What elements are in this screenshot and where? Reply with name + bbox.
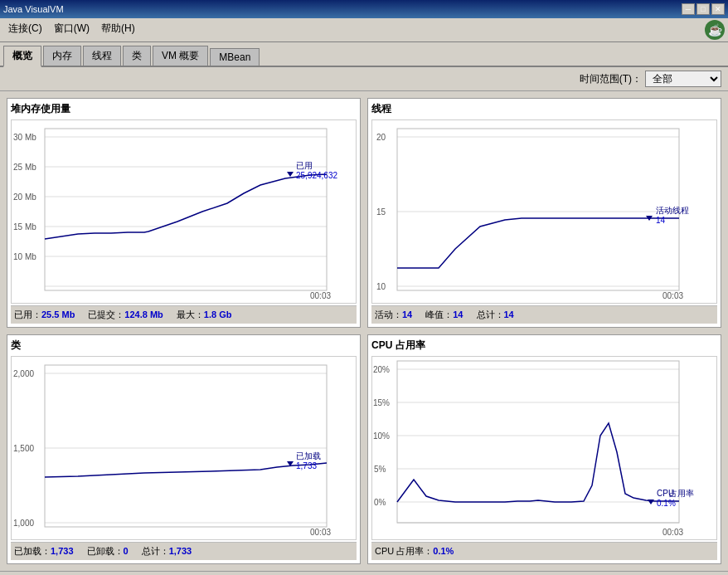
cpu-data-line	[397, 423, 679, 502]
classes-y-label-2000: 2,000	[13, 369, 34, 378]
heap-legend-label: 已用	[296, 161, 313, 170]
menu-help[interactable]: 帮助(H)	[96, 20, 140, 40]
title-bar: Java VisualVM ─ □ ✕	[0, 0, 728, 18]
classes-x-label: 00:03	[310, 528, 331, 537]
heap-stat-used-label: 已用：25.5 Mb	[14, 309, 75, 321]
tab-vm[interactable]: VM 概要	[153, 46, 208, 66]
heap-stat-max-label: 最大：1.8 Gb	[177, 309, 232, 321]
heap-legend-value: 25,924,632	[296, 171, 337, 180]
tab-overview[interactable]: 概览	[3, 46, 41, 67]
threads-stats: 活动：14 峰值：14 总计：14	[371, 305, 717, 324]
threads-stat-peak-value: 14	[453, 309, 463, 319]
heap-chart-panel: 堆内存使用量 30 Mb 25 Mb 20 Mb 15 Mb 10 Mb 00:…	[7, 98, 361, 328]
cpu-stat-usage-value: 0.1%	[433, 546, 454, 556]
classes-y-label-1000: 1,000	[13, 519, 34, 528]
minimize-button[interactable]: ─	[682, 3, 695, 15]
cpu-y-label-10: 10%	[373, 431, 390, 441]
threads-chart-panel: 线程 20 15 10 00:03 活动线程 14	[367, 98, 721, 328]
close-button[interactable]: ✕	[711, 3, 725, 15]
tab-threads[interactable]: 线程	[83, 46, 121, 66]
heap-y-label-10: 10 Mb	[13, 252, 36, 261]
heap-y-label-20: 20 Mb	[13, 192, 36, 202]
main-content: 堆内存使用量 30 Mb 25 Mb 20 Mb 15 Mb 10 Mb 00:…	[0, 91, 728, 571]
classes-stats: 已加载：1,733 已卸载：0 总计：1,733	[11, 542, 357, 560]
threads-y-label-20: 20	[376, 133, 386, 142]
cpu-chart-panel: CPU 占用率 20% 15% 10% 5% 0% 00:03	[367, 334, 721, 564]
cpu-legend-value: 0.1%	[657, 499, 676, 508]
threads-stat-total-label: 总计：14	[477, 309, 514, 321]
cpu-stats: CPU 占用率：0.1%	[371, 542, 717, 560]
heap-y-label-30: 30 Mb	[13, 133, 36, 142]
threads-legend-value: 14	[656, 216, 666, 225]
classes-stat-total-value: 1,733	[169, 546, 192, 556]
heap-chart-svg: 30 Mb 25 Mb 20 Mb 15 Mb 10 Mb 00:03 已用 2…	[12, 120, 343, 303]
cpu-chart-area: 20% 15% 10% 5% 0% 00:03 CPU 占用率 0.1%	[371, 356, 717, 540]
tab-mbean[interactable]: MBean	[210, 48, 260, 66]
cpu-stat-usage-label: CPU 占用率：0.1%	[375, 545, 454, 558]
classes-legend-label: 已加载	[296, 451, 321, 460]
bottom-bar	[0, 571, 728, 575]
toolbar: 时间范围(T)： 全部 最后5分钟 最后10分钟 最后30分钟	[0, 67, 728, 91]
classes-stat-total-label: 总计：1,733	[142, 545, 192, 558]
classes-stat-loaded-label: 已加载：1,733	[14, 545, 74, 558]
heap-chart-title: 堆内存使用量	[11, 102, 357, 116]
threads-y-label-15: 15	[376, 207, 386, 217]
svg-rect-6	[45, 129, 327, 290]
classes-data-line	[45, 463, 327, 477]
heap-stat-used-value: 25.5 Mb	[41, 309, 75, 319]
classes-stat-unloaded-label: 已卸载：0	[87, 545, 129, 558]
classes-chart-area: 2,000 1,500 1,000 00:03 已加载 1,733	[11, 356, 357, 540]
heap-y-label-25: 25 Mb	[13, 163, 36, 172]
classes-chart-svg: 2,000 1,500 1,000 00:03 已加载 1,733	[12, 357, 343, 539]
tab-bar: 概览 内存 线程 类 VM 概要 MBean	[0, 42, 728, 67]
threads-stat-active-label: 活动：14	[375, 309, 412, 321]
threads-x-label: 00:03	[662, 291, 683, 300]
cpu-y-label-5: 5%	[374, 465, 386, 474]
cpu-y-label-15: 15%	[373, 398, 390, 407]
heap-stats: 已用：25.5 Mb 已提交：124.8 Mb 最大：1.8 Gb	[11, 305, 357, 324]
cpu-chart-title: CPU 占用率	[371, 339, 717, 353]
heap-x-label: 00:03	[310, 291, 331, 300]
heap-chart-area: 30 Mb 25 Mb 20 Mb 15 Mb 10 Mb 00:03 已用 2…	[11, 119, 357, 304]
tab-memory[interactable]: 内存	[43, 46, 81, 66]
heap-data-line	[45, 174, 327, 239]
threads-y-label-10: 10	[376, 282, 386, 291]
classes-stat-loaded-value: 1,733	[51, 546, 74, 556]
classes-stat-unloaded-value: 0	[124, 546, 129, 556]
threads-stat-active-value: 14	[402, 309, 412, 319]
maximize-button[interactable]: □	[696, 3, 710, 15]
title-bar-text: Java VisualVM	[3, 4, 64, 14]
heap-stat-committed-value: 124.8 Mb	[124, 309, 163, 319]
threads-data-line	[397, 218, 679, 268]
time-range-label: 时间范围(T)：	[580, 72, 642, 86]
cpu-x-label: 00:03	[662, 528, 683, 537]
time-range-select[interactable]: 全部 最后5分钟 最后10分钟 最后30分钟	[645, 71, 721, 87]
menu-window[interactable]: 窗口(W)	[49, 20, 95, 40]
threads-stat-peak-label: 峰值：14	[425, 309, 463, 321]
tab-classes[interactable]: 类	[123, 46, 151, 66]
threads-legend-label: 活动线程	[656, 206, 689, 215]
heap-legend-arrow	[287, 172, 294, 177]
heap-stat-committed-label: 已提交：124.8 Mb	[88, 309, 163, 321]
threads-chart-area: 20 15 10 00:03 活动线程 14	[371, 119, 717, 304]
title-bar-controls: ─ □ ✕	[682, 3, 725, 15]
heap-stat-max-value: 1.8 Gb	[204, 309, 232, 319]
threads-chart-svg: 20 15 10 00:03 活动线程 14	[372, 120, 704, 303]
svg-rect-14	[45, 365, 327, 527]
cpu-y-label-0: 0%	[374, 498, 386, 507]
menu-bar: 连接(C) 窗口(W) 帮助(H) ☕	[0, 18, 728, 42]
threads-chart-title: 线程	[371, 102, 717, 116]
classes-chart-panel: 类 2,000 1,500 1,000 00:03 已加载 1,	[7, 334, 361, 564]
cpu-chart-svg: 20% 15% 10% 5% 0% 00:03 CPU 占用率 0.1%	[372, 357, 704, 539]
classes-y-label-1500: 1,500	[13, 444, 34, 453]
classes-legend-value: 1,733	[296, 461, 317, 470]
heap-y-label-15: 15 Mb	[13, 222, 36, 231]
cpu-y-label-20: 20%	[373, 365, 390, 374]
app-icon: ☕	[705, 20, 725, 40]
threads-stat-total-value: 14	[504, 309, 514, 319]
menu-connect[interactable]: 连接(C)	[3, 20, 47, 40]
classes-chart-title: 类	[11, 339, 357, 353]
cpu-legend-label2: 占用率	[669, 489, 694, 498]
